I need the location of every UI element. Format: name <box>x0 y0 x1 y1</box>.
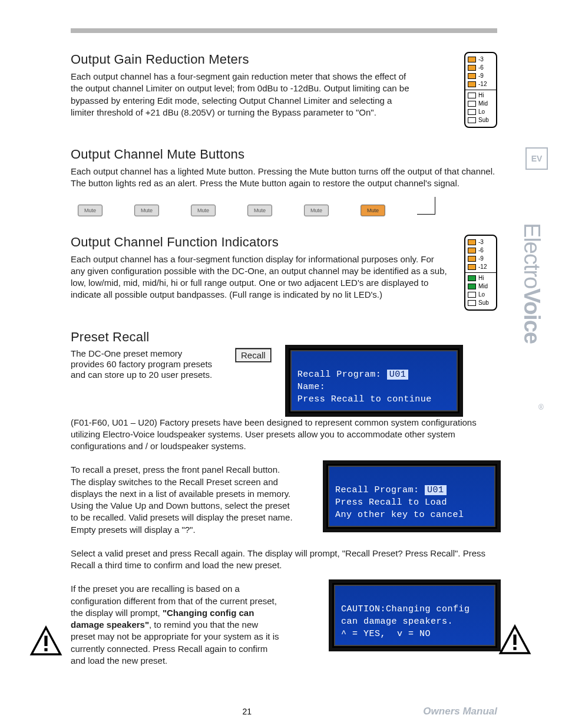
section-title: Output Gain Reduction Meters <box>71 52 497 67</box>
section-title: Output Channel Mute Buttons <box>71 147 497 162</box>
gain-reduction-led-figure: -3 -6 -9 -12 Hi Mid Lo Sub <box>464 52 497 128</box>
led-label: -9 <box>478 256 484 262</box>
lcd-caution: CAUTION:Changing config can damage speak… <box>332 583 497 648</box>
led-label: Lo <box>478 292 485 298</box>
led-label: Hi <box>478 93 484 98</box>
recall-button[interactable]: Recall <box>236 348 271 362</box>
svg-rect-2 <box>44 648 47 651</box>
mute-button-label: Mute <box>367 207 379 213</box>
lcd-recall-2: Recall Program: U01 Press Recall to Load… <box>326 464 497 529</box>
led-label: Lo <box>478 109 485 115</box>
section-gain-reduction: -3 -6 -9 -12 Hi Mid Lo Sub Output Gain R… <box>71 52 497 131</box>
mute-button-label: Mute <box>254 207 266 213</box>
svg-rect-4 <box>513 635 516 645</box>
mute-button-label: Mute <box>141 207 153 213</box>
section-preset-recall: Preset Recall The DC-One preset memory p… <box>71 330 497 679</box>
led-label: -3 <box>478 239 484 245</box>
mute-button[interactable]: Mute <box>134 205 159 216</box>
section-title: Output Channel Function Indicators <box>71 235 497 250</box>
mute-button-active[interactable]: Mute <box>361 205 385 216</box>
led-label: Mid <box>478 101 488 107</box>
led-label: Sub <box>478 117 489 123</box>
svg-rect-5 <box>513 647 516 650</box>
page-footer: 21 Owners Manual <box>0 706 562 717</box>
led-label: -6 <box>478 248 484 253</box>
section-title: Preset Recall <box>71 330 497 345</box>
mute-button-label: Mute <box>84 207 96 213</box>
section-body: Each output channel has a four-segment g… <box>71 71 412 118</box>
section-mute-buttons: Output Channel Mute Buttons Each output … <box>71 147 497 219</box>
led-label: -3 <box>478 57 484 62</box>
mute-button[interactable]: Mute <box>78 205 103 216</box>
preset-recall-p2: To recall a preset, press the front pane… <box>71 464 295 536</box>
mute-button[interactable]: Mute <box>247 205 272 216</box>
preset-recall-p4: If the preset you are recalling is based… <box>71 583 283 667</box>
led-label: Mid <box>478 284 488 289</box>
led-label: Sub <box>478 300 489 306</box>
led-label: -12 <box>478 81 487 87</box>
function-indicator-led-figure: -3 -6 -9 -12 Hi Mid Lo Sub <box>464 235 497 311</box>
page-top-rule <box>71 28 497 33</box>
preset-recall-p3: Select a valid preset and press Recall a… <box>71 548 497 572</box>
svg-rect-1 <box>44 636 47 647</box>
led-label: -9 <box>478 73 484 79</box>
mute-button[interactable]: Mute <box>191 205 216 216</box>
owners-manual-label: Owners Manual <box>423 706 497 717</box>
section-function-indicators: -3 -6 -9 -12 Hi Mid Lo Sub Output Channe… <box>71 235 497 314</box>
section-body: Each output channel has a lighted Mute b… <box>71 166 497 190</box>
led-label: Hi <box>478 275 484 281</box>
caution-icon <box>29 625 62 658</box>
mute-button[interactable]: Mute <box>304 205 329 216</box>
caution-icon <box>498 624 531 657</box>
page-number: 21 <box>71 707 423 716</box>
preset-recall-p1-left: The DC-One preset memory provides 60 fac… <box>71 348 212 380</box>
callout-connector <box>417 202 458 219</box>
brand-ev-short: EV <box>525 147 548 170</box>
brand-sidebar: EV ElectroVoice ® <box>514 171 549 395</box>
registered-mark: ® <box>538 403 544 411</box>
led-label: -6 <box>478 65 484 71</box>
lcd-recall-1: Recall Program: U01 Name: Press Recall t… <box>289 348 459 413</box>
mute-button-label: Mute <box>197 207 209 213</box>
mute-button-label: Mute <box>310 207 322 213</box>
section-body: Each output channel has a four-segment f… <box>71 253 448 301</box>
led-label: -12 <box>478 264 487 270</box>
